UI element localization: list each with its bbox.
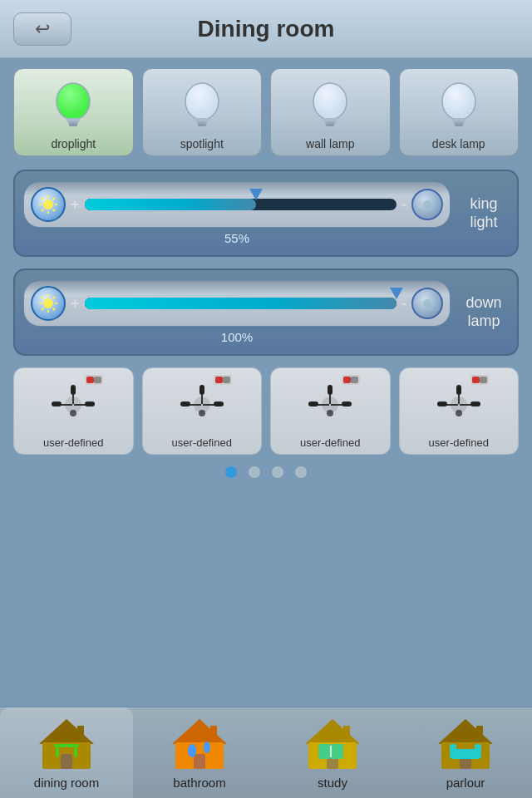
svg-rect-50 (203, 404, 214, 406)
svg-rect-62 (470, 401, 480, 406)
svg-rect-44 (200, 385, 204, 395)
down-lamp-track-container[interactable]: + - (23, 280, 451, 327)
page-title: Dining room (198, 16, 335, 42)
wall_lamp-label: wall lamp (306, 137, 354, 150)
svg-rect-49 (190, 404, 201, 406)
outlet-switch-0[interactable] (85, 375, 103, 385)
nav-item-dining_room[interactable]: dining room (0, 707, 133, 798)
nav-icon-dining_room (33, 711, 100, 774)
svg-point-79 (188, 744, 196, 757)
svg-rect-94 (475, 744, 481, 752)
svg-point-43 (70, 410, 76, 416)
king-light-percent: 55% (23, 231, 451, 245)
back-button[interactable]: ↩ (13, 12, 71, 46)
down-lamp-track[interactable] (85, 296, 397, 311)
svg-rect-41 (61, 404, 72, 406)
svg-rect-93 (450, 744, 456, 752)
outlet-item-2[interactable]: user-defined (270, 367, 391, 455)
svg-rect-57 (318, 404, 329, 406)
outlet-icon-3 (426, 375, 492, 435)
down-lamp-label: downlamp (459, 294, 509, 330)
page-dot-4[interactable] (295, 466, 307, 478)
desk_lamp-label: desk lamp (432, 137, 485, 150)
spotlight-label: spotlight (180, 137, 224, 150)
outlet-switch-3[interactable] (470, 375, 489, 385)
svg-rect-89 (476, 726, 483, 739)
outlet-item-3[interactable]: user-defined (399, 367, 520, 455)
king-light-slider-inner: + - 55% (23, 181, 451, 245)
outlet-label-0: user-defined (43, 436, 103, 449)
svg-line-31 (42, 297, 44, 299)
svg-rect-37 (52, 401, 62, 406)
svg-line-22 (53, 209, 56, 212)
nav-icon-parlour (432, 711, 499, 774)
king-light-track[interactable] (85, 197, 397, 212)
svg-rect-3 (69, 124, 77, 126)
svg-point-8 (313, 83, 347, 120)
svg-rect-45 (180, 401, 190, 406)
svg-rect-72 (54, 744, 79, 747)
svg-point-4 (185, 83, 219, 120)
page-dot-1[interactable] (225, 466, 237, 478)
svg-rect-42 (74, 404, 86, 406)
svg-point-80 (204, 741, 210, 753)
light-type-droplight[interactable]: droplight (13, 68, 134, 156)
svg-line-34 (42, 308, 44, 311)
svg-rect-64 (458, 394, 460, 404)
main-content: droplight spotlight wall lamp (0, 58, 532, 740)
pagination (13, 466, 519, 478)
nav-label-study: study (318, 776, 347, 790)
light-type-desk_lamp[interactable]: desk lamp (399, 68, 520, 156)
svg-line-23 (53, 198, 56, 200)
outlet-item-1[interactable]: user-defined (142, 367, 263, 455)
svg-marker-68 (39, 719, 94, 744)
svg-point-67 (456, 410, 462, 416)
outlet-item-0[interactable]: user-defined (13, 367, 134, 455)
svg-rect-38 (85, 401, 95, 406)
king-light-left-icon (31, 187, 66, 222)
nav-label-dining_room: dining room (34, 776, 99, 790)
down-lamp-slider-inner: + - 100% (23, 280, 451, 344)
king-light-track-container[interactable]: + - (23, 181, 451, 228)
down-lamp-right-icon (411, 288, 443, 319)
svg-marker-81 (305, 719, 360, 744)
droplight-bulb-icon (45, 76, 101, 135)
down-lamp-plus: + (71, 295, 80, 313)
nav-icon-study (299, 711, 366, 774)
svg-rect-69 (77, 726, 84, 739)
outlet-switch-2[interactable] (342, 375, 360, 385)
light-type-spotlight[interactable]: spotlight (142, 68, 263, 156)
outlet-switch-1[interactable] (214, 375, 232, 385)
nav-label-bathroom: bathroom (173, 776, 225, 790)
svg-rect-58 (331, 404, 342, 406)
svg-rect-54 (342, 401, 352, 406)
svg-line-33 (53, 297, 56, 299)
svg-point-16 (43, 200, 53, 209)
svg-rect-46 (214, 401, 224, 406)
outlet-icon-0 (40, 375, 106, 435)
header: ↩ Dining room (0, 0, 532, 58)
svg-rect-65 (446, 404, 458, 406)
nav-item-parlour[interactable]: parlour (399, 707, 532, 798)
king-light-label: kinglight (459, 195, 509, 231)
svg-marker-75 (172, 719, 227, 744)
light-type-selector: droplight spotlight wall lamp (13, 68, 519, 156)
bottom-nav: dining room bathroom study (0, 707, 532, 798)
page-dot-3[interactable] (272, 466, 283, 478)
svg-point-35 (423, 299, 431, 308)
svg-rect-40 (72, 394, 74, 404)
page-dot-2[interactable] (249, 466, 260, 478)
down-lamp-left-icon (31, 286, 66, 321)
nav-item-bathroom[interactable]: bathroom (133, 707, 266, 798)
svg-rect-11 (326, 124, 334, 126)
light-type-wall_lamp[interactable]: wall lamp (270, 68, 391, 156)
nav-item-study[interactable]: study (266, 707, 399, 798)
down-lamp-percent: 100% (23, 330, 451, 344)
svg-rect-60 (456, 385, 461, 395)
spotlight-bulb-icon (174, 76, 230, 135)
king-light-right-icon (411, 189, 443, 220)
svg-line-24 (42, 209, 44, 212)
svg-line-21 (42, 198, 44, 200)
droplight-label: droplight (51, 137, 96, 150)
svg-point-0 (57, 83, 90, 120)
